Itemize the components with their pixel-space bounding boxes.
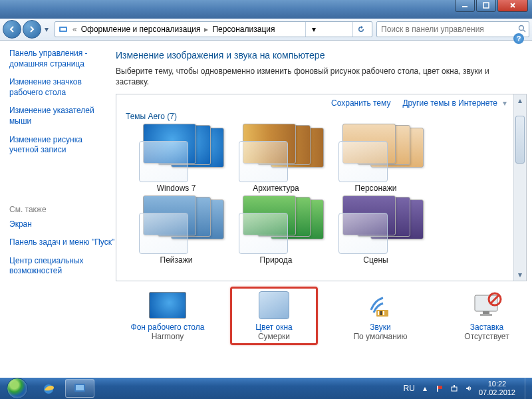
page-title: Изменение изображения и звука на компьют…	[116, 50, 527, 61]
svg-rect-0	[462, 6, 467, 7]
address-bar[interactable]: « Оформление и персонализация ▸ Персонал…	[55, 21, 372, 37]
theme-nature[interactable]: Природа	[236, 196, 316, 265]
search-box[interactable]	[376, 21, 529, 37]
theme-architecture[interactable]: Архитектура	[236, 124, 316, 193]
online-themes-link[interactable]: Другие темы в Интернете	[402, 98, 497, 108]
svg-rect-7	[380, 311, 382, 315]
footer-sounds[interactable]: Звуки По умолчанию	[340, 291, 420, 341]
footer-desktop-background[interactable]: Фон рабочего стола Harmony	[128, 291, 207, 341]
breadcrumb-parent[interactable]: Оформление и персонализация	[81, 25, 201, 34]
svg-rect-16	[437, 386, 438, 392]
svg-rect-9	[475, 295, 497, 311]
svg-point-4	[519, 25, 524, 30]
tray-network-icon[interactable]	[450, 384, 459, 393]
tray-flag-icon[interactable]	[435, 384, 444, 393]
minimize-button[interactable]	[455, 0, 475, 12]
svg-rect-8	[383, 311, 384, 315]
sidebar-link-home[interactable]: Панель управления - домашняя страница	[9, 49, 101, 69]
taskbar-control-panel[interactable]	[65, 379, 94, 398]
tray-lang[interactable]: RU	[404, 384, 415, 393]
sidebar: Панель управления - домашняя страница Из…	[0, 41, 110, 378]
scroll-down-icon[interactable]: ▾	[514, 269, 526, 281]
tray-chevron-icon[interactable]: ▴	[420, 384, 430, 393]
themes-scrollbar[interactable]: ▴ ▾	[513, 94, 526, 281]
theme-characters[interactable]: Персонажи	[336, 124, 416, 193]
nav-forward-button[interactable]	[23, 20, 41, 39]
personalization-icon	[58, 24, 68, 35]
svg-rect-15	[76, 385, 84, 390]
sounds-icon	[362, 291, 399, 320]
nav-history-dropdown[interactable]: ▾	[43, 25, 51, 34]
page-subtitle: Выберите тему, чтобы одновременно измени…	[116, 66, 527, 87]
search-input[interactable]	[380, 24, 518, 35]
control-panel-window: ▾ « Оформление и персонализация ▸ Персон…	[0, 0, 532, 378]
svg-rect-6	[378, 311, 379, 315]
svg-rect-10	[483, 311, 489, 314]
tray-clock[interactable]: 10:22 07.02.2012	[479, 380, 515, 396]
breadcrumb-arrow-icon: ▸	[204, 25, 208, 34]
sidebar-link-account-picture[interactable]: Изменение рисунка учетной записи	[9, 135, 101, 156]
scroll-up-icon[interactable]: ▴	[514, 94, 526, 106]
sidebar-link-pointers[interactable]: Изменение указателей мыши	[9, 106, 101, 126]
close-button[interactable]	[497, 0, 528, 12]
nav-back-button[interactable]	[3, 20, 21, 39]
theme-windows7[interactable]: Windows 7	[136, 124, 216, 193]
tray-volume-icon[interactable]	[464, 384, 473, 393]
svg-rect-18	[454, 385, 455, 387]
chevron-down-icon[interactable]: ▾	[503, 98, 507, 108]
titlebar	[0, 0, 532, 19]
scroll-thumb[interactable]	[515, 116, 525, 164]
sidebar-link-desktop-icons[interactable]: Изменение значков рабочего стола	[9, 77, 101, 98]
theme-landscapes[interactable]: Пейзажи	[136, 196, 216, 265]
refresh-button[interactable]	[352, 22, 369, 37]
start-button[interactable]	[3, 378, 32, 398]
svg-rect-11	[480, 314, 492, 316]
footer-screensaver[interactable]: Заставка Отсутствует	[447, 291, 527, 341]
show-desktop-button[interactable]	[525, 378, 532, 399]
svg-rect-3	[61, 28, 66, 31]
theme-group-label: Темы Aero (7)	[126, 112, 507, 121]
breadcrumb-current[interactable]: Персонализация	[212, 25, 275, 34]
main-content: Изменение изображения и звука на компьют…	[110, 41, 532, 378]
toolbar: ▾ « Оформление и персонализация ▸ Персон…	[0, 19, 532, 41]
theme-scenes[interactable]: Сцены	[336, 196, 416, 265]
maximize-button[interactable]	[476, 0, 496, 12]
svg-rect-17	[452, 387, 457, 391]
breadcrumb-sep-icon: «	[72, 25, 77, 34]
screensaver-icon	[468, 291, 505, 320]
svg-rect-1	[483, 3, 489, 8]
taskbar: RU ▴ 10:22 07.02.2012	[0, 378, 532, 399]
save-theme-link[interactable]: Сохранить тему	[331, 98, 390, 108]
taskbar-ie[interactable]	[35, 380, 63, 397]
address-dropdown[interactable]: ▾	[305, 22, 322, 37]
footer-window-color[interactable]: Цвет окна Сумерки	[234, 291, 314, 341]
themes-list: Сохранить тему Другие темы в Интернете ▾…	[116, 94, 527, 281]
